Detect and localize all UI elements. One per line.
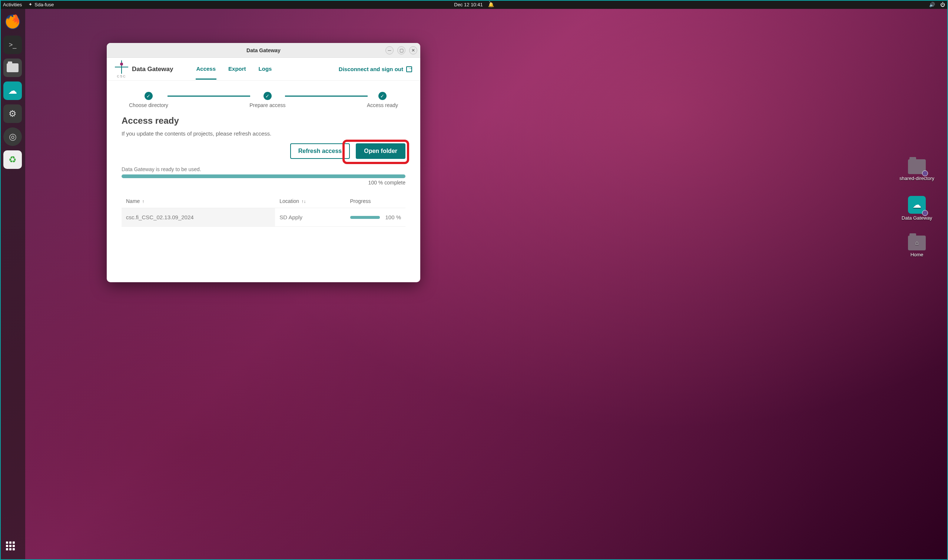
disconnect-signout-link[interactable]: Disconnect and sign out: [339, 66, 412, 72]
sort-icon: ↑↓: [301, 199, 306, 204]
row-progress-label: 100 %: [385, 214, 401, 220]
step-access-ready: ✓ Access ready: [367, 92, 398, 108]
desktop-icon-home[interactable]: ⌂ Home: [895, 235, 939, 257]
app-header: CSC Data Gateway Access Export Logs Disc…: [107, 58, 420, 81]
active-app-menu[interactable]: ✦ Sda-fuse: [29, 2, 54, 8]
desktop-icon-label: shared-directory: [899, 175, 934, 181]
table-row[interactable]: csc.fi_CSC_02.13.09_2024 SD Apply 100 %: [122, 208, 405, 227]
window-titlebar[interactable]: Data Gateway ─ ▢ ✕: [107, 43, 420, 58]
step-prepare-access: ✓ Prepare access: [250, 92, 285, 108]
step-label: Access ready: [367, 102, 398, 108]
desktop-icon-shared-directory[interactable]: shared-directory: [895, 159, 939, 181]
check-icon: ✓: [145, 92, 153, 100]
col-progress-header: Progress: [346, 194, 405, 208]
clock[interactable]: Dec 12 10:41: [454, 2, 482, 8]
check-icon: ✓: [378, 92, 387, 100]
active-app-name: Sda-fuse: [34, 2, 54, 8]
open-folder-button[interactable]: Open folder: [356, 143, 405, 159]
progress-percent-label: 100 % complete: [122, 180, 405, 186]
dock-terminal[interactable]: >_: [3, 35, 22, 54]
csc-text: CSC: [117, 74, 126, 78]
dock-disks[interactable]: ◎: [3, 128, 22, 146]
dock-files[interactable]: [3, 58, 22, 77]
dock-data-gateway[interactable]: ☁: [3, 82, 22, 100]
stepper-line: [285, 95, 368, 97]
ubuntu-dock: >_ ☁ ⚙ ◎ ♻: [0, 9, 25, 560]
action-buttons: Refresh access Open folder: [122, 143, 405, 159]
app-title: Data Gateway: [132, 66, 173, 73]
overall-progress-bar: [122, 174, 405, 178]
dock-settings[interactable]: ⚙: [3, 105, 22, 123]
power-icon[interactable]: ⏻: [940, 2, 945, 8]
page-subtext: If you update the contents of projects, …: [122, 130, 405, 137]
step-label: Prepare access: [250, 102, 285, 108]
step-label: Choose directory: [129, 102, 168, 108]
notifications-muted-icon[interactable]: 🔔: [488, 2, 494, 8]
nav-tabs: Access Export Logs: [196, 59, 273, 80]
desktop-icon-data-gateway[interactable]: ☁ Data Gateway: [895, 196, 939, 221]
cloud-icon: ☁: [908, 196, 926, 214]
cell-location: SD Apply: [275, 208, 345, 227]
content-area: ✓ Choose directory ✓ Prepare access ✓ Ac…: [107, 81, 420, 238]
check-icon: ✓: [264, 92, 272, 100]
signout-icon: [406, 66, 412, 72]
gnome-top-bar: Activities ✦ Sda-fuse Dec 12 10:41 🔔 🔊 ⏻: [0, 0, 948, 9]
folder-icon: [908, 159, 926, 174]
activities-button[interactable]: Activities: [3, 2, 22, 8]
home-folder-icon: ⌂: [908, 235, 926, 250]
volume-icon[interactable]: 🔊: [929, 2, 935, 8]
progress-fill: [122, 174, 405, 178]
status-text: Data Gateway is ready to be used.: [122, 166, 405, 172]
dock-trash[interactable]: ♻: [3, 150, 22, 169]
show-applications-button[interactable]: [6, 542, 19, 555]
page-heading: Access ready: [122, 115, 405, 126]
signout-label: Disconnect and sign out: [339, 66, 403, 72]
step-choose-directory: ✓ Choose directory: [129, 92, 168, 108]
window-title: Data Gateway: [247, 48, 281, 53]
window-maximize-button[interactable]: ▢: [397, 46, 405, 54]
tab-export[interactable]: Export: [228, 59, 247, 80]
tab-access[interactable]: Access: [196, 59, 217, 80]
desktop-icon-label: Data Gateway: [902, 215, 932, 221]
col-name-header[interactable]: Name↑: [122, 194, 275, 208]
cell-progress: 100 %: [346, 208, 405, 227]
row-progress-bar: [350, 216, 380, 219]
app-logo: CSC Data Gateway: [115, 60, 173, 78]
stepper-line: [168, 95, 250, 97]
col-location-header[interactable]: Location↑↓: [275, 194, 345, 208]
window-minimize-button[interactable]: ─: [385, 46, 393, 54]
window-close-button[interactable]: ✕: [409, 46, 417, 54]
data-gateway-window: Data Gateway ─ ▢ ✕ CSC Data Gateway Acce…: [107, 43, 420, 282]
projects-table: Name↑ Location↑↓ Progress csc.fi_CSC_02.…: [122, 194, 405, 227]
app-icon: ✦: [29, 2, 32, 7]
refresh-access-button[interactable]: Refresh access: [290, 143, 350, 159]
tab-logs[interactable]: Logs: [258, 59, 273, 80]
csc-logo-icon: [115, 60, 128, 74]
cell-name: csc.fi_CSC_02.13.09_2024: [122, 208, 275, 227]
desktop-icon-label: Home: [911, 252, 923, 257]
dock-firefox[interactable]: [3, 12, 22, 31]
desktop-icons: shared-directory ☁ Data Gateway ⌂ Home: [895, 159, 939, 257]
sort-up-icon: ↑: [142, 199, 144, 204]
stepper: ✓ Choose directory ✓ Prepare access ✓ Ac…: [129, 92, 398, 108]
